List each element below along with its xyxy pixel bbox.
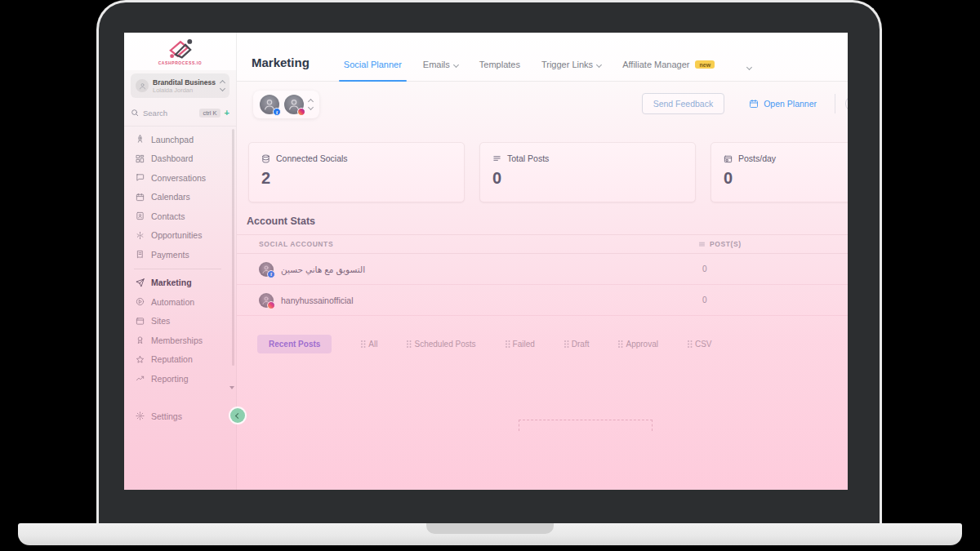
chevron-down-icon — [596, 61, 602, 67]
search-icon — [131, 109, 139, 117]
brand-logo-icon — [166, 38, 195, 60]
sidebar-item-dashboard[interactable]: Dashboard — [124, 149, 231, 169]
sidebar-item-automation[interactable]: Automation — [124, 292, 231, 312]
tab-draft[interactable]: Draft — [564, 340, 590, 349]
sidebar: CASHPROCESS.IO Brandital Business Lolaid… — [124, 33, 237, 490]
database-icon — [261, 154, 270, 163]
sidebar-item-conversations[interactable]: Conversations — [124, 168, 231, 188]
instagram-badge-icon — [267, 301, 275, 309]
toolbar-extra-button[interactable] — [845, 96, 848, 112]
opportunities-icon — [136, 231, 145, 240]
avatar — [259, 293, 274, 308]
sidebar-item-calendars[interactable]: Calendars — [124, 188, 231, 207]
chevron-down-icon — [746, 64, 752, 70]
stat-card-connected-socials: Connected Socials 2 — [248, 142, 465, 202]
account-avatar — [136, 79, 149, 92]
posts-icon — [698, 241, 706, 248]
sidebar-item-memberships[interactable]: Memberships — [124, 331, 231, 350]
tab-social-planner[interactable]: Social Planner — [344, 60, 402, 69]
social-account-name: التسويق مع هاني حسين — [281, 264, 365, 274]
ribbon-icon — [136, 335, 145, 344]
toolbar-divider — [835, 94, 835, 113]
tabs-overflow-chevron[interactable] — [747, 65, 751, 69]
sidebar-item-opportunities[interactable]: Opportunities — [124, 226, 231, 246]
sidebar-scroll-down-icon[interactable] — [229, 386, 234, 389]
chevron-left-icon — [234, 412, 240, 418]
stat-card-total-posts: Total Posts 0 — [479, 142, 696, 202]
facebook-badge-icon: f — [267, 270, 275, 278]
sidebar-divider — [124, 126, 236, 127]
tab-recent-posts[interactable]: Recent Posts — [257, 335, 332, 353]
brand-logo: CASHPROCESS.IO — [124, 33, 236, 70]
quick-add-icon[interactable]: + — [225, 109, 229, 117]
tab-csv[interactable]: CSV — [688, 340, 712, 349]
rocket-icon — [136, 135, 145, 144]
tab-failed[interactable]: Failed — [506, 340, 535, 349]
posts-filter-tabs: Recent Posts All Scheduled Posts Failed … — [257, 335, 848, 353]
sidebar-item-sites[interactable]: Sites — [124, 312, 231, 331]
calendar-icon — [749, 99, 759, 109]
tab-approval[interactable]: Approval — [618, 340, 657, 349]
open-planner-button[interactable]: Open Planner — [749, 99, 817, 109]
tab-scheduled-posts[interactable]: Scheduled Posts — [407, 340, 475, 349]
social-account-name: hanyhussainofficial — [281, 295, 354, 305]
stat-value: 0 — [724, 169, 848, 188]
connected-accounts-card[interactable]: f — [253, 91, 319, 118]
chat-icon — [136, 173, 145, 182]
account-switcher[interactable]: Brandital Business Lolaida Jordan — [131, 73, 229, 98]
sidebar-scrollbar[interactable] — [232, 129, 235, 366]
sidebar-item-reputation[interactable]: Reputation — [124, 350, 231, 370]
drag-handle-icon — [618, 340, 620, 342]
tab-all[interactable]: All — [361, 340, 377, 349]
sidebar-item-reporting[interactable]: Reporting — [124, 369, 231, 389]
stat-card-posts-per-day: Posts/day 0 — [710, 142, 848, 202]
planner-toolbar: f Send Feedback Open Planner — [237, 82, 848, 129]
table-row[interactable]: hanyhussainofficial 0 — [237, 285, 848, 316]
sidebar-item-marketing[interactable]: Marketing — [124, 273, 231, 293]
browser-icon — [136, 317, 145, 326]
page-title: Marketing — [252, 56, 310, 69]
contacts-icon — [136, 211, 145, 220]
dashboard-icon — [136, 154, 145, 163]
main-area: Marketing Social Planner Emails Template… — [237, 33, 848, 490]
laptop-mockup: CASHPROCESS.IO Brandital Business Lolaid… — [0, 0, 980, 551]
table-row[interactable]: f التسويق مع هاني حسين 0 — [237, 254, 848, 285]
column-social-accounts: SOCIAL ACCOUNTS — [237, 240, 333, 248]
avatar: f — [260, 95, 279, 114]
empty-state-placeholder — [519, 420, 653, 431]
accounts-expand-chevrons-icon[interactable] — [309, 100, 313, 109]
chevron-down-icon — [453, 61, 459, 67]
laptop-notch — [426, 523, 554, 534]
tab-emails[interactable]: Emails — [423, 60, 458, 69]
sidebar-collapse-button[interactable] — [230, 408, 245, 423]
sidebar-item-launchpad[interactable]: Launchpad — [124, 130, 231, 149]
column-posts: POST(S) — [698, 240, 742, 248]
stat-value: 0 — [492, 169, 683, 188]
star-icon — [136, 355, 145, 364]
tab-affiliate-manager[interactable]: Affiliate Manager new — [622, 60, 715, 69]
sidebar-settings: Settings — [124, 407, 231, 426]
list-icon — [492, 154, 501, 163]
app-screen: CASHPROCESS.IO Brandital Business Lolaid… — [124, 33, 848, 490]
drag-handle-icon — [688, 340, 689, 342]
tab-trigger-links[interactable]: Trigger Links — [541, 60, 601, 69]
send-icon — [136, 278, 145, 287]
search-placeholder: Search — [143, 109, 167, 118]
sidebar-item-settings[interactable]: Settings — [124, 407, 231, 426]
sidebar-item-contacts[interactable]: Contacts — [124, 207, 231, 226]
stats-cards: Connected Socials 2 Total Posts 0 Posts/… — [248, 142, 848, 202]
marketing-header: Marketing Social Planner Emails Template… — [237, 33, 848, 82]
facebook-badge-icon: f — [273, 108, 281, 116]
search-bar[interactable]: Search ctrl K + — [131, 104, 229, 121]
account-name: Brandital Business — [153, 78, 216, 87]
tab-templates[interactable]: Templates — [479, 60, 520, 69]
drag-handle-icon — [506, 340, 507, 342]
account-switch-chevrons-icon[interactable] — [220, 81, 225, 91]
sidebar-item-payments[interactable]: Payments — [124, 245, 231, 264]
play-circle-icon — [136, 297, 145, 306]
avatar — [284, 95, 304, 114]
send-feedback-button[interactable]: Send Feedback — [642, 93, 725, 114]
instagram-badge-icon — [297, 108, 305, 116]
table-header: SOCIAL ACCOUNTS POST(S) — [237, 234, 848, 254]
search-shortcut-badge: ctrl K — [199, 109, 220, 118]
